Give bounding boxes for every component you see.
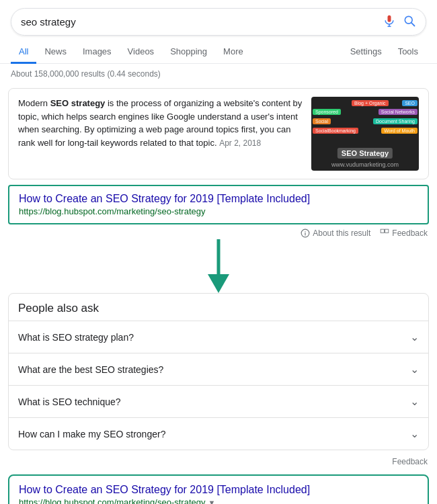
paa-item-3[interactable]: What is SEO technique? ⌄ bbox=[9, 385, 428, 417]
mic-icon[interactable] bbox=[383, 14, 396, 30]
paa-question-1: What is SEO strategy plan? bbox=[18, 332, 134, 343]
svg-rect-8 bbox=[381, 229, 384, 233]
tab-tools[interactable]: Tools bbox=[390, 41, 426, 64]
diagram-url: www.vudumarketing.com bbox=[331, 161, 399, 168]
about-label: About this result bbox=[313, 228, 370, 238]
top-link-title[interactable]: How to Create an SEO Strategy for 2019 [… bbox=[19, 193, 418, 205]
tab-more[interactable]: More bbox=[215, 41, 251, 64]
diagram-tag: Document Sharing bbox=[373, 118, 418, 124]
paa-title: People also ask bbox=[9, 294, 428, 321]
bottom-link-url: https://blog.hubspot.com/marketing/seo-s… bbox=[19, 497, 205, 504]
tab-shopping[interactable]: Shopping bbox=[162, 41, 215, 64]
info-icon bbox=[301, 228, 310, 238]
feedback-icon-top bbox=[380, 228, 389, 238]
paa-question-3: What is SEO technique? bbox=[18, 396, 121, 407]
feedback-label-paa[interactable]: Feedback bbox=[392, 457, 428, 466]
nav-tabs: All News Images Videos Shopping More Set… bbox=[0, 36, 437, 64]
svg-rect-0 bbox=[388, 15, 391, 22]
svg-line-4 bbox=[411, 23, 415, 26]
diagram-tag: Word of Mouth bbox=[381, 128, 418, 134]
search-bar-container bbox=[0, 0, 437, 36]
tab-settings[interactable]: Settings bbox=[342, 41, 390, 64]
snippet-text: Modern SEO strategy is the process of or… bbox=[18, 97, 303, 171]
first-result: Modern SEO strategy is the process of or… bbox=[18, 97, 419, 171]
svg-point-7 bbox=[305, 231, 306, 232]
chevron-icon-2: ⌄ bbox=[410, 363, 419, 376]
feedback-link-top[interactable]: Feedback bbox=[380, 228, 428, 238]
seo-diagram-container: Blog + Organic SEO Sponsored Social Netw… bbox=[311, 97, 419, 171]
chevron-icon-4: ⌄ bbox=[410, 427, 419, 440]
diagram-center-label: SEO Strategy bbox=[337, 148, 393, 159]
search-input[interactable] bbox=[21, 16, 383, 28]
bottom-url-row: https://blog.hubspot.com/marketing/seo-s… bbox=[19, 497, 418, 504]
search-icons bbox=[383, 14, 416, 30]
bottom-result-card: How to Create an SEO Strategy for 2019 [… bbox=[8, 474, 429, 504]
diagram-tag: Blog + Organic bbox=[352, 100, 389, 106]
search-submit-icon[interactable] bbox=[403, 14, 416, 30]
paa-item-2[interactable]: What are the best SEO strategies? ⌄ bbox=[9, 353, 428, 385]
green-arrow bbox=[0, 239, 437, 293]
about-result[interactable]: About this result bbox=[301, 228, 370, 238]
seo-diagram: Blog + Organic SEO Sponsored Social Netw… bbox=[311, 97, 419, 171]
svg-rect-9 bbox=[385, 229, 389, 233]
paa-item-1[interactable]: What is SEO strategy plan? ⌄ bbox=[9, 321, 428, 353]
tab-news[interactable]: News bbox=[36, 41, 75, 64]
url-dropdown-icon[interactable]: ▼ bbox=[208, 499, 215, 505]
diagram-tag: Social Networks bbox=[379, 109, 418, 115]
chevron-icon-3: ⌄ bbox=[410, 395, 419, 408]
diagram-tag: SocialBookmarking bbox=[313, 128, 358, 134]
feedback-row-paa: Feedback bbox=[0, 454, 437, 470]
arrow-svg bbox=[205, 239, 232, 293]
diagram-tag: Social bbox=[313, 118, 331, 124]
feedback-label-top: Feedback bbox=[392, 228, 428, 238]
diagram-tag: Sponsored bbox=[313, 109, 341, 115]
snippet-date: Apr 2, 2018 bbox=[219, 138, 261, 148]
paa-question-4: How can I make my SEO stronger? bbox=[18, 429, 165, 439]
search-bar bbox=[11, 8, 426, 36]
chevron-icon-1: ⌄ bbox=[410, 331, 419, 343]
bottom-link-title[interactable]: How to Create an SEO Strategy for 2019 [… bbox=[19, 484, 418, 496]
tab-images[interactable]: Images bbox=[75, 41, 120, 64]
tab-all[interactable]: All bbox=[11, 41, 36, 64]
svg-marker-11 bbox=[208, 274, 229, 293]
tab-videos[interactable]: Videos bbox=[120, 41, 163, 64]
results-count: About 158,000,000 results (0.44 seconds) bbox=[0, 64, 437, 84]
diagram-tag: SEO bbox=[402, 100, 418, 106]
top-link-url: https://blog.hubspot.com/marketing/seo-s… bbox=[19, 206, 418, 216]
paa-question-2: What are the best SEO strategies? bbox=[18, 364, 163, 375]
people-also-ask-card: People also ask What is SEO strategy pla… bbox=[8, 293, 429, 450]
paa-item-4[interactable]: How can I make my SEO stronger? ⌄ bbox=[9, 417, 428, 450]
snippet-card: Modern SEO strategy is the process of or… bbox=[8, 88, 429, 179]
top-link-card[interactable]: How to Create an SEO Strategy for 2019 [… bbox=[8, 185, 429, 224]
